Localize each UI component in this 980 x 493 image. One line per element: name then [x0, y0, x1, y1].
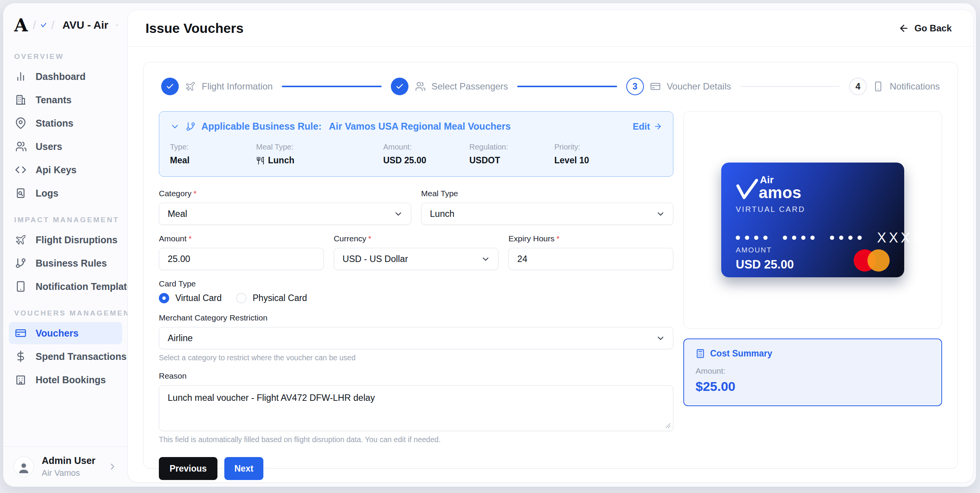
sidebar-item-flight-disruptions[interactable]: Flight Disruptions	[9, 229, 122, 251]
merchant-category-helper: Select a category to restrict where the …	[159, 353, 673, 362]
step-check-circle	[161, 78, 179, 95]
sidebar-item-api-keys[interactable]: Api Keys	[9, 159, 122, 181]
category-value: Meal	[168, 209, 187, 219]
sidebar-item-business-rules[interactable]: Business Rules	[9, 252, 122, 274]
amount-label: Amount*	[159, 234, 324, 243]
physical-card-radio[interactable]: Physical Card	[236, 293, 307, 303]
cost-summary-panel: Cost Summary Amount: $25.00	[683, 338, 942, 406]
rule-field-priority: Priority: Level 10	[554, 143, 662, 166]
edit-rule-link[interactable]: Edit	[633, 121, 662, 132]
virtual-card-preview: Air amos VIRTUAL CARD XXXX	[721, 163, 904, 277]
chevron-down-icon[interactable]	[116, 21, 118, 30]
section-title-impact: IMPACT MANAGEMENT	[14, 216, 117, 224]
amount-input[interactable]	[159, 248, 324, 270]
plane-icon	[185, 81, 196, 92]
business-rule-fields: Type: Meal Meal Type: Lunch	[170, 143, 662, 166]
sidebar-item-vouchers[interactable]: Vouchers	[9, 322, 122, 344]
git-branch-icon	[186, 122, 196, 132]
user-info: Admin User Air Vamos	[42, 455, 95, 478]
required-marker: *	[368, 234, 371, 243]
virtual-card-radio[interactable]: Virtual Card	[159, 293, 222, 303]
currency-label: Currency*	[334, 234, 499, 243]
sidebar-item-hotel-bookings[interactable]: Hotel Bookings	[9, 369, 122, 391]
sidebar-item-spend-transactions[interactable]: Spend Transactions	[9, 345, 122, 368]
rule-field-value: USD 25.00	[383, 155, 469, 166]
required-marker: *	[188, 234, 191, 243]
step-select-passengers[interactable]: Select Passengers	[391, 78, 508, 95]
next-button[interactable]: Next	[224, 457, 263, 480]
reason-textarea[interactable]: Lunch meal voucher - Flight AV472 DFW-LH…	[159, 385, 673, 431]
meal-type-select[interactable]: Lunch	[421, 203, 673, 225]
user-menu[interactable]: Admin User Air Vamos	[3, 446, 127, 486]
cost-summary-header: Cost Summary	[696, 348, 930, 359]
sidebar-item-users[interactable]: Users	[9, 135, 122, 158]
sidebar-item-stations[interactable]: Stations	[9, 112, 122, 134]
step-notifications[interactable]: 4 Notifications	[849, 78, 940, 95]
radio-selected-icon	[159, 293, 169, 303]
rule-field-label: Type:	[170, 143, 256, 151]
bar-chart-icon	[15, 71, 26, 82]
plane-icon	[15, 234, 26, 246]
page-header: Issue Vouchers Go Back	[128, 10, 973, 47]
chevron-down-icon[interactable]	[170, 122, 180, 132]
voucher-form: Applicable Business Rule: Air Vamos USA …	[159, 111, 673, 480]
step-connector	[740, 86, 840, 87]
go-back-button[interactable]: Go Back	[898, 23, 952, 34]
currency-select[interactable]: USD - US Dollar	[334, 248, 499, 270]
sidebar-item-label: Spend Transactions	[36, 351, 127, 362]
step-flight-information[interactable]: Flight Information	[161, 78, 273, 95]
calculator-icon	[696, 349, 705, 358]
card-number-row: XXXX	[736, 230, 890, 246]
section-title-overview: OVERVIEW	[14, 52, 117, 61]
radio-label: Virtual Card	[175, 293, 222, 303]
step-number-circle: 3	[626, 78, 644, 95]
rule-field-value: Level 10	[554, 155, 662, 166]
card-type-options: Virtual Card Physical Card	[159, 293, 673, 303]
hotel-icon	[15, 374, 26, 386]
merchant-category-select[interactable]: Airline	[159, 327, 673, 349]
user-org: Air Vamos	[42, 468, 95, 478]
resize-handle-icon[interactable]	[665, 423, 671, 428]
card-number-masked: XXXX	[877, 230, 924, 246]
meal-type-value: Lunch	[430, 209, 454, 219]
breadcrumb-separator: /	[33, 19, 36, 32]
cost-amount-label: Amount:	[696, 366, 930, 376]
edit-label: Edit	[633, 121, 650, 132]
sidebar: A / / AVU - Air OVERVIEW Dashboard Tenan…	[3, 3, 127, 486]
sidebar-item-label: Logs	[36, 188, 59, 199]
content-columns: Applicable Business Rule: Air Vamos USA …	[159, 111, 942, 454]
radio-unselected-icon	[236, 293, 247, 303]
category-select[interactable]: Meal	[159, 203, 411, 225]
section-title-vouchers: VOUCHERS MANAGEMENT	[14, 309, 117, 317]
sidebar-item-logs[interactable]: Logs	[9, 182, 122, 204]
expiry-hours-input[interactable]	[508, 248, 673, 270]
chevron-right-icon	[108, 462, 118, 472]
business-rule-header: Applicable Business Rule: Air Vamos USA …	[170, 121, 662, 132]
page-title: Issue Vouchers	[145, 21, 243, 36]
business-rule-title: Applicable Business Rule:	[201, 121, 322, 132]
business-rule-name: Air Vamos USA Regional Meal Vouchers	[329, 121, 511, 132]
merchant-category-label: Merchant Category Restriction	[159, 313, 673, 322]
workspace-switcher[interactable]: A / / AVU - Air	[3, 3, 127, 39]
arrow-right-icon	[653, 122, 662, 131]
meal-type-label: Meal Type	[421, 189, 673, 198]
sidebar-nav: OVERVIEW Dashboard Tenants Stations User…	[3, 39, 127, 446]
utensils-icon	[256, 156, 265, 165]
sidebar-item-notification-templates[interactable]: Notification Templates	[9, 275, 122, 298]
meal-type-field: Meal Type Lunch	[421, 189, 673, 225]
tablet-icon	[15, 281, 26, 292]
sidebar-item-label: Notification Templates	[36, 281, 127, 292]
page-body: Flight Information Select Passengers 3	[128, 47, 973, 482]
card-amount-caption: AMOUNT	[736, 246, 794, 254]
rule-field-value: USDOT	[469, 155, 554, 166]
step-voucher-details[interactable]: 3 Voucher Details	[626, 78, 731, 95]
user-name: Admin User	[42, 455, 95, 466]
sidebar-item-dashboard[interactable]: Dashboard	[9, 65, 122, 88]
sidebar-item-tenants[interactable]: Tenants	[9, 89, 122, 111]
step-label: Select Passengers	[431, 81, 508, 92]
dollar-sign-icon	[15, 351, 26, 362]
chevron-down-icon	[481, 254, 490, 264]
required-marker: *	[193, 189, 196, 198]
previous-button[interactable]: Previous	[159, 457, 217, 480]
sidebar-item-label: Users	[36, 141, 62, 152]
